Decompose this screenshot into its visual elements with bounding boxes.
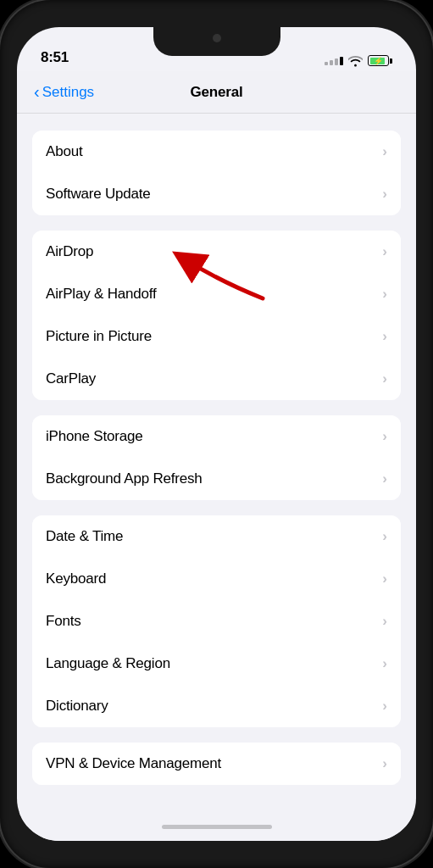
list-item-label-carplay: CarPlay [46,370,96,387]
list-item-label-date-time: Date & Time [46,528,123,545]
chevron-right-icon: › [382,286,387,303]
list-item-label-software-update: Software Update [46,186,151,203]
chevron-right-icon: › [382,328,387,345]
signal-icon [325,57,343,65]
list-item-label-airplay-handoff: AirPlay & Handoff [46,286,156,303]
chevron-right-icon: › [382,570,387,587]
list-item-about[interactable]: About › [32,131,401,173]
section-group-4: Date & Time › Keyboard › Fonts › Languag… [32,515,401,727]
list-item-fonts[interactable]: Fonts › [32,600,401,643]
chevron-right-icon: › [382,655,387,672]
list-item-label-vpn-device-management: VPN & Device Management [46,755,221,772]
phone-frame: 8:51 [0,0,433,868]
list-item-label-fonts: Fonts [46,613,81,630]
list-item-background-app-refresh[interactable]: Background App Refresh › [32,458,401,500]
chevron-right-icon: › [382,755,387,772]
list-item-label-picture-in-picture: Picture in Picture [46,328,152,345]
list-item-dictionary[interactable]: Dictionary › [32,685,401,727]
list-item-airplay-handoff[interactable]: AirPlay & Handoff › [32,273,401,315]
list-item-language-region[interactable]: Language & Region › [32,643,401,685]
list-item-label-language-region: Language & Region [46,655,170,672]
back-label: Settings [42,84,94,101]
list-item-keyboard[interactable]: Keyboard › [32,558,401,600]
list-item-label-background-app-refresh: Background App Refresh [46,470,203,487]
list-item-label-about: About [46,143,82,160]
list-item-label-iphone-storage: iPhone Storage [46,428,142,445]
section-group-5: VPN & Device Management › [32,743,401,785]
chevron-right-icon: › [382,143,387,160]
notch [153,27,280,56]
nav-bar: ‹ Settings General [17,71,416,114]
section-1: About › Software Update › [17,131,416,215]
back-chevron-icon: ‹ [34,82,40,102]
wifi-icon [348,55,363,66]
chevron-right-icon: › [382,243,387,260]
chevron-right-icon: › [382,470,387,487]
list-item-vpn-device-management[interactable]: VPN & Device Management › [32,743,401,785]
list-item-software-update[interactable]: Software Update › [32,173,401,215]
list-item-date-time[interactable]: Date & Time › [32,515,401,558]
content-area: About › Software Update › AirDrop › [17,114,416,812]
list-item-label-keyboard: Keyboard [46,570,106,587]
page-title: General [191,84,243,101]
section-group-2: AirDrop › AirPlay & Handoff › Picture in… [32,231,401,400]
list-item-label-dictionary: Dictionary [46,698,108,715]
list-item-iphone-storage[interactable]: iPhone Storage › [32,415,401,458]
list-item-label-airdrop: AirDrop [46,243,93,260]
section-group-3: iPhone Storage › Background App Refresh … [32,415,401,500]
list-item-carplay[interactable]: CarPlay › [32,358,401,400]
home-bar [162,825,272,829]
section-4: Date & Time › Keyboard › Fonts › Languag… [17,515,416,727]
home-indicator [17,812,416,841]
chevron-right-icon: › [382,613,387,630]
section-5: VPN & Device Management › [17,743,416,785]
chevron-right-icon: › [382,528,387,545]
battery-icon: ⚡ [368,55,392,66]
section-2: AirDrop › AirPlay & Handoff › Picture in… [17,231,416,400]
status-icons: ⚡ [325,55,392,66]
list-item-airdrop[interactable]: AirDrop › [32,231,401,273]
section-3: iPhone Storage › Background App Refresh … [17,415,416,500]
status-time: 8:51 [41,49,69,66]
chevron-right-icon: › [382,370,387,387]
chevron-right-icon: › [382,698,387,715]
back-button[interactable]: ‹ Settings [34,83,94,102]
chevron-right-icon: › [382,428,387,445]
list-item-picture-in-picture[interactable]: Picture in Picture › [32,315,401,358]
chevron-right-icon: › [382,186,387,203]
section-group-1: About › Software Update › [32,131,401,215]
screen: 8:51 [17,27,416,841]
